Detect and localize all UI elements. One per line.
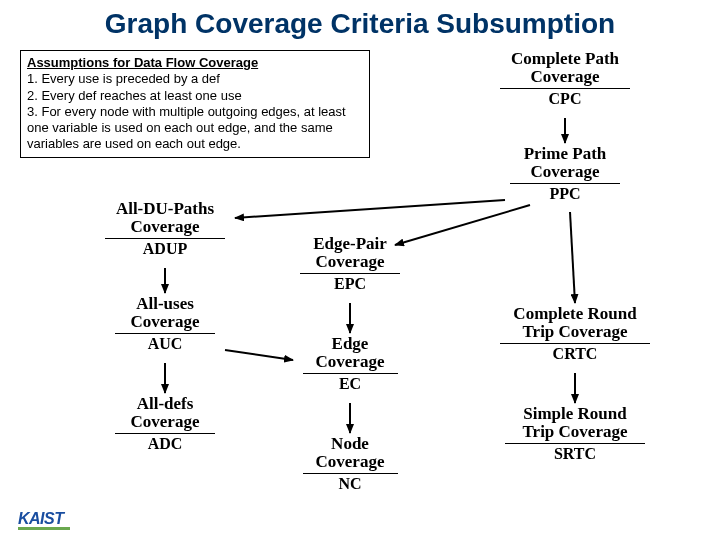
node-crtc: Complete RoundTrip Coverage CRTC [485, 305, 665, 363]
svg-line-2 [395, 205, 530, 245]
node-divider [500, 343, 650, 344]
node-srtc: Simple RoundTrip Coverage SRTC [495, 405, 655, 463]
node-name: Simple RoundTrip Coverage [495, 405, 655, 441]
assumptions-box: Assumptions for Data Flow Coverage 1. Ev… [20, 50, 370, 158]
node-name: All-defsCoverage [105, 395, 225, 431]
node-adc: All-defsCoverage ADC [105, 395, 225, 453]
node-divider [105, 238, 225, 239]
node-cpc: Complete PathCoverage CPC [490, 50, 640, 108]
page-title: Graph Coverage Criteria Subsumption [0, 8, 720, 40]
node-divider [505, 443, 645, 444]
node-name: All-DU-PathsCoverage [95, 200, 235, 236]
svg-line-1 [235, 200, 505, 218]
node-ec: EdgeCoverage EC [295, 335, 405, 393]
assumptions-heading: Assumptions for Data Flow Coverage [27, 55, 363, 71]
svg-line-6 [225, 350, 293, 360]
kaist-logo: KAIST [18, 510, 70, 530]
node-divider [510, 183, 620, 184]
node-abbr: CRTC [485, 345, 665, 363]
node-abbr: ADUP [95, 240, 235, 258]
node-divider [115, 433, 215, 434]
node-adup: All-DU-PathsCoverage ADUP [95, 200, 235, 258]
node-name: All-usesCoverage [105, 295, 225, 331]
node-abbr: CPC [490, 90, 640, 108]
node-name: Complete PathCoverage [490, 50, 640, 86]
node-name: NodeCoverage [295, 435, 405, 471]
node-divider [500, 88, 630, 89]
node-nc: NodeCoverage NC [295, 435, 405, 493]
assumption-item: 3. For every node with multiple outgoing… [27, 104, 346, 152]
node-ppc: Prime PathCoverage PPC [495, 145, 635, 203]
node-divider [303, 373, 398, 374]
node-divider [303, 473, 398, 474]
node-name: EdgeCoverage [295, 335, 405, 371]
assumption-item: 2. Every def reaches at least one use [27, 88, 242, 103]
node-abbr: NC [295, 475, 405, 493]
node-abbr: EC [295, 375, 405, 393]
node-name: Edge-PairCoverage [290, 235, 410, 271]
node-abbr: SRTC [495, 445, 655, 463]
node-abbr: AUC [105, 335, 225, 353]
node-name: Complete RoundTrip Coverage [485, 305, 665, 341]
node-divider [300, 273, 400, 274]
node-abbr: ADC [105, 435, 225, 453]
node-name: Prime PathCoverage [495, 145, 635, 181]
node-divider [115, 333, 215, 334]
assumption-item: 1. Every use is preceded by a def [27, 71, 220, 86]
node-abbr: EPC [290, 275, 410, 293]
node-abbr: PPC [495, 185, 635, 203]
svg-line-3 [570, 212, 575, 303]
node-auc: All-usesCoverage AUC [105, 295, 225, 353]
node-epc: Edge-PairCoverage EPC [290, 235, 410, 293]
